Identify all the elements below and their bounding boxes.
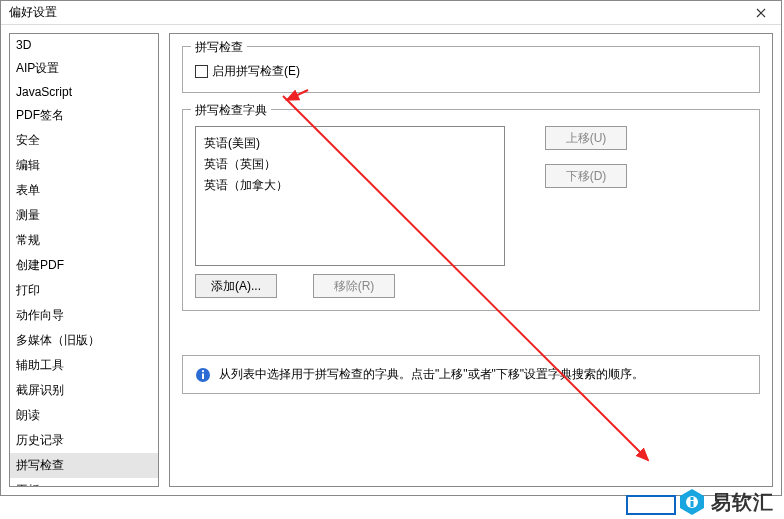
sidebar-item-createpdf[interactable]: 创建PDF — [10, 253, 158, 278]
list-item[interactable]: 英语（加拿大） — [204, 175, 496, 196]
close-button[interactable] — [741, 1, 781, 25]
sidebar-item-forms[interactable]: 表单 — [10, 178, 158, 203]
sidebar-item-readaloud[interactable]: 朗读 — [10, 403, 158, 428]
list-item[interactable]: 英语（英国） — [204, 154, 496, 175]
sidebar-item-pdfsign[interactable]: PDF签名 — [10, 103, 158, 128]
add-button[interactable]: 添加(A)... — [195, 274, 277, 298]
move-down-button[interactable]: 下移(D) — [545, 164, 627, 188]
category-sidebar[interactable]: 3D AIP设置 JavaScript PDF签名 安全 编辑 表单 测量 常规… — [9, 33, 159, 487]
dictionary-group: 拼写检查字典 英语(美国) 英语（英国） 英语（加拿大） 上移(U) 下移(D)… — [182, 109, 760, 311]
sidebar-item-screenshot-ocr[interactable]: 截屏识别 — [10, 378, 158, 403]
info-banner: 从列表中选择用于拼写检查的字典。点击"上移"或者"下移"设置字典搜索的顺序。 — [182, 355, 760, 394]
info-icon — [195, 367, 211, 383]
sidebar-item-tablet[interactable]: 平板 — [10, 478, 158, 487]
sidebar-item-actionwizard[interactable]: 动作向导 — [10, 303, 158, 328]
svg-point-2 — [202, 370, 204, 372]
titlebar: 偏好设置 — [1, 1, 781, 25]
sidebar-item-accessibility[interactable]: 辅助工具 — [10, 353, 158, 378]
enable-spellcheck-checkbox[interactable] — [195, 65, 208, 78]
svg-rect-1 — [202, 373, 204, 379]
sidebar-item-measure[interactable]: 测量 — [10, 203, 158, 228]
sidebar-item-aip[interactable]: AIP设置 — [10, 56, 158, 81]
svg-rect-7 — [691, 497, 694, 500]
move-up-button[interactable]: 上移(U) — [545, 126, 627, 150]
spellcheck-group-label: 拼写检查 — [191, 39, 247, 56]
dialog-ok-button[interactable] — [626, 495, 676, 515]
sidebar-item-multimedia[interactable]: 多媒体（旧版） — [10, 328, 158, 353]
spellcheck-group: 拼写检查 启用拼写检查(E) — [182, 46, 760, 93]
settings-panel: 拼写检查 启用拼写检查(E) 拼写检查字典 英语(美国) 英语（英国） 英语（加… — [169, 33, 773, 487]
sidebar-item-3d[interactable]: 3D — [10, 34, 158, 56]
enable-spellcheck-row[interactable]: 启用拼写检查(E) — [195, 63, 747, 80]
enable-spellcheck-label: 启用拼写检查(E) — [212, 63, 300, 80]
watermark-text: 易软汇 — [711, 489, 774, 516]
remove-button[interactable]: 移除(R) — [313, 274, 395, 298]
move-buttons-column: 上移(U) 下移(D) — [545, 126, 627, 266]
add-remove-row: 添加(A)... 移除(R) — [195, 274, 747, 298]
sidebar-item-javascript[interactable]: JavaScript — [10, 81, 158, 103]
list-item[interactable]: 英语(美国) — [204, 133, 496, 154]
sidebar-item-general[interactable]: 常规 — [10, 228, 158, 253]
info-text: 从列表中选择用于拼写检查的字典。点击"上移"或者"下移"设置字典搜索的顺序。 — [219, 366, 644, 383]
window-title: 偏好设置 — [9, 4, 57, 21]
dictionary-listbox[interactable]: 英语(美国) 英语（英国） 英语（加拿大） — [195, 126, 505, 266]
hex-logo-icon — [677, 487, 707, 517]
sidebar-item-edit[interactable]: 编辑 — [10, 153, 158, 178]
svg-rect-8 — [691, 501, 694, 507]
close-icon — [756, 8, 766, 18]
sidebar-item-spellcheck[interactable]: 拼写检查 — [10, 453, 158, 478]
dictionary-group-label: 拼写检查字典 — [191, 102, 271, 119]
preferences-window: 偏好设置 3D AIP设置 JavaScript PDF签名 安全 编辑 表单 … — [0, 0, 782, 496]
sidebar-item-history[interactable]: 历史记录 — [10, 428, 158, 453]
dialog-body: 3D AIP设置 JavaScript PDF签名 安全 编辑 表单 测量 常规… — [1, 25, 781, 495]
sidebar-item-security[interactable]: 安全 — [10, 128, 158, 153]
dictionary-area: 英语(美国) 英语（英国） 英语（加拿大） 上移(U) 下移(D) — [195, 126, 747, 266]
watermark-logo: 易软汇 — [677, 487, 774, 517]
sidebar-item-print[interactable]: 打印 — [10, 278, 158, 303]
